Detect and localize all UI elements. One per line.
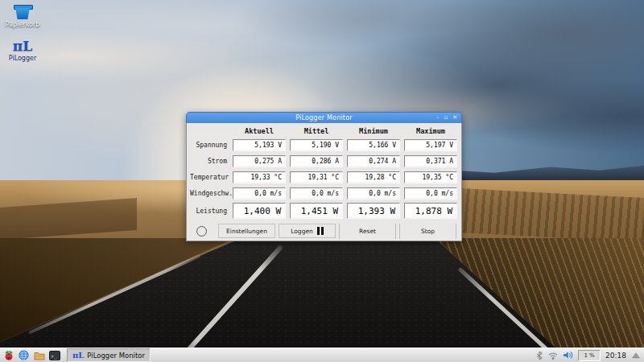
value-field: 1,400 W (233, 203, 286, 219)
system-tray: 1 % 20:18 (535, 349, 640, 361)
value-field: 19,31 °C (290, 171, 343, 183)
reset-button-label: Reset (359, 228, 376, 235)
pilogger-logo-icon: πL (72, 352, 84, 360)
log-button[interactable]: Loggen (279, 224, 336, 238)
desktop-icon-trash[interactable]: Papierkorb (0, 3, 45, 28)
settings-button[interactable]: Einstellungen (218, 224, 275, 238)
minimize-button[interactable]: – (436, 115, 440, 121)
close-button[interactable]: ✕ (452, 115, 457, 121)
value-field: 1,451 W (290, 203, 343, 219)
value-field: 0,274 A (347, 155, 400, 167)
window-titlebar[interactable]: PiLogger Monitor – ▫ ✕ (186, 112, 462, 123)
pilogger-logo-icon: πL (13, 39, 32, 53)
window-button-row: Einstellungen Loggen Reset Stop (192, 222, 456, 240)
value-field: 5,190 V (290, 139, 343, 151)
value-field: 5,193 V (233, 139, 286, 151)
taskbar: >_ πL PiLogger Monitor (0, 348, 644, 362)
value-field: 1,878 W (404, 203, 457, 219)
desktop-icon-label: PiLogger (9, 55, 36, 62)
desktop-icon-label: Papierkorb (6, 21, 40, 28)
maximize-button[interactable]: ▫ (444, 115, 448, 121)
value-field: 5,166 V (347, 139, 400, 151)
column-header-maximum: Maximum (404, 127, 457, 135)
value-field: 19,28 °C (347, 171, 400, 183)
value-field: 0,275 A (233, 155, 286, 167)
stop-button[interactable]: Stop (399, 224, 456, 239)
value-field: 19,35 °C (404, 171, 457, 183)
value-field: 0,371 A (404, 155, 457, 167)
value-field: 1,393 W (347, 203, 400, 219)
column-header-mittel: Mittel (290, 127, 343, 135)
window-title: PiLogger Monitor (295, 114, 353, 121)
reset-button[interactable]: Reset (339, 224, 396, 239)
taskbar-app-button-pilogger[interactable]: πL PiLogger Monitor (67, 348, 151, 362)
window-body: Aktuell Mittel Minimum Maximum Spannung … (186, 123, 462, 241)
taskbar-clock[interactable]: 20:18 (605, 352, 626, 360)
value-field: 0,0 m/s (347, 187, 400, 200)
column-header-minimum: Minimum (347, 127, 400, 135)
value-field: 19,33 °C (233, 171, 286, 183)
svg-text:>_: >_ (51, 352, 57, 359)
trash-icon (14, 5, 31, 19)
row-label-leistung: Leistung (190, 208, 229, 215)
value-field: 0,286 A (290, 155, 343, 167)
value-field: 5,197 V (404, 139, 457, 151)
volume-icon[interactable] (563, 349, 573, 361)
wifi-icon[interactable] (547, 349, 558, 361)
column-header-aktuell: Aktuell (233, 127, 286, 135)
measurement-table: Aktuell Mittel Minimum Maximum Spannung … (187, 124, 461, 220)
pause-icon (317, 227, 324, 235)
row-label-temperatur: Temperatur (190, 174, 229, 181)
log-button-label: Loggen (291, 228, 313, 235)
terminal-icon[interactable]: >_ (48, 349, 60, 361)
cpu-usage-monitor[interactable]: 1 % (578, 350, 601, 361)
bluetooth-icon[interactable] (535, 349, 543, 361)
value-field: 0,0 m/s (233, 187, 286, 200)
web-browser-globe-icon[interactable] (18, 349, 30, 361)
taskbar-app-label: PiLogger Monitor (87, 352, 145, 360)
stop-button-label: Stop (421, 228, 435, 235)
raspberry-menu-icon[interactable] (2, 349, 14, 361)
status-blink-circle-icon (196, 226, 207, 237)
desktop-screen: Papierkorb πL PiLogger PiLogger Monitor … (0, 0, 644, 362)
value-field: 0,0 m/s (404, 187, 457, 200)
settings-button-label: Einstellungen (226, 228, 267, 235)
pilogger-monitor-window: PiLogger Monitor – ▫ ✕ Aktuell Mittel Mi… (186, 112, 462, 241)
value-field: 0,0 m/s (290, 187, 343, 200)
row-label-spannung: Spannung (190, 142, 229, 149)
row-label-strom: Strom (190, 158, 229, 165)
window-controls: – ▫ ✕ (436, 113, 457, 123)
eject-icon[interactable] (631, 349, 640, 361)
row-label-windgeschw: Windgeschw. (190, 190, 229, 197)
desktop-icon-pilogger[interactable]: πL PiLogger (0, 39, 45, 62)
file-manager-folder-icon[interactable] (33, 349, 45, 361)
